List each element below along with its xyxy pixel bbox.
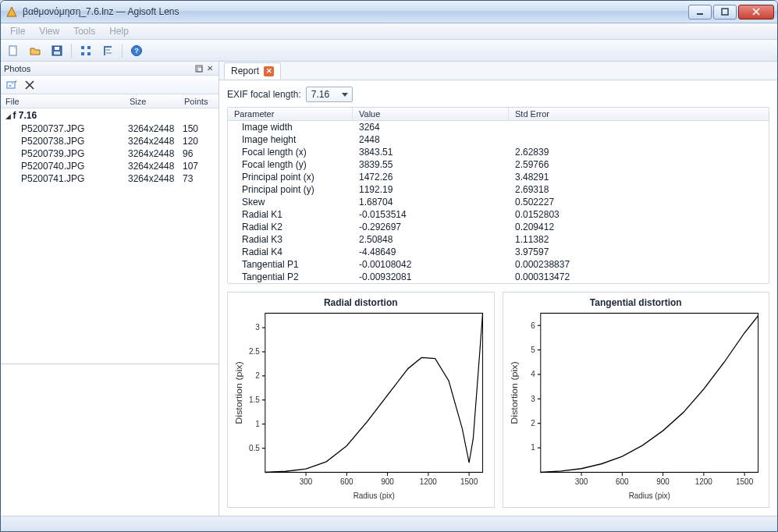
parameter-value: 1.68704 — [353, 196, 509, 208]
parameter-row[interactable]: Radial K2-0.2926970.209412 — [228, 221, 769, 233]
col-parameter[interactable]: Parameter — [228, 108, 353, 120]
photo-points: 120 — [183, 136, 214, 147]
maximize-button[interactable] — [713, 5, 737, 20]
photo-filename: P5200737.JPG — [21, 123, 128, 134]
parameter-row[interactable]: Skew1.687040.502227 — [228, 196, 769, 208]
photo-filename: P5200740.JPG — [21, 161, 128, 172]
parameter-row[interactable]: Principal point (y)1192.192.69318 — [228, 183, 769, 196]
tab-report[interactable]: Report ✕ — [224, 62, 281, 80]
svg-rect-9 — [54, 51, 60, 55]
photos-group[interactable]: f 7.16 — [1, 108, 218, 122]
svg-rect-20 — [196, 66, 202, 72]
calibrate-button[interactable] — [98, 42, 117, 59]
photo-points: 96 — [183, 148, 214, 159]
parameter-value: 2.50848 — [353, 233, 509, 246]
col-file[interactable]: File — [1, 97, 125, 106]
parameter-stderr: 0.209412 — [509, 221, 769, 233]
menu-tools[interactable]: Tools — [67, 24, 101, 38]
panel-close-icon[interactable]: ✕ — [204, 63, 215, 74]
charts-row: Radial distortion 300600900120015000.511… — [227, 292, 769, 508]
report-body: EXIF focal length: 7.16 Parameter Value … — [219, 80, 777, 516]
title-bar: βαθμονόμηση_7.6.lnz — Agisoft Lens — [1, 1, 777, 23]
svg-text:1: 1 — [255, 418, 260, 428]
photos-toolbar: + — [1, 76, 218, 94]
toolbar: ? — [1, 40, 777, 62]
parameter-row[interactable]: Tangential P2-0.009320810.000313472 — [228, 271, 769, 283]
panel-float-icon[interactable] — [194, 63, 204, 74]
add-photos-icon[interactable]: + — [4, 78, 18, 92]
menu-bar: File View Tools Help — [1, 23, 777, 40]
parameter-stderr: 3.97597 — [509, 246, 769, 258]
svg-rect-17 — [106, 52, 112, 54]
status-bar — [1, 516, 777, 531]
svg-text:1500: 1500 — [460, 477, 478, 487]
focal-value: 7.16 — [311, 89, 329, 100]
menu-file[interactable]: File — [4, 24, 31, 38]
svg-text:?: ? — [134, 47, 139, 55]
parameter-row[interactable]: Tangential P1-0.001080420.000238837 — [228, 258, 769, 271]
tab-close-icon[interactable]: ✕ — [264, 66, 274, 76]
svg-text:Radius (pix): Radius (pix) — [628, 491, 670, 501]
col-stderr[interactable]: Std Error — [509, 108, 769, 120]
svg-rect-10 — [81, 46, 84, 49]
parameter-name: Radial K2 — [228, 221, 353, 233]
tab-strip: Report ✕ — [219, 62, 777, 80]
parameter-stderr: 0.502227 — [509, 196, 769, 208]
photo-row[interactable]: P5200739.JPG3264x244896 — [1, 147, 218, 160]
parameter-value: -0.0153514 — [353, 208, 509, 221]
parameter-value: -4.48649 — [353, 246, 509, 258]
parameter-row[interactable]: Radial K1-0.01535140.0152803 — [228, 208, 769, 221]
svg-text:1200: 1200 — [420, 477, 437, 487]
parameter-row[interactable]: Focal length (y)3839.552.59766 — [228, 158, 769, 171]
parameter-value: 1472.26 — [353, 171, 509, 183]
parameter-name: Focal length (y) — [228, 158, 353, 171]
parameter-row[interactable]: Radial K4-4.486493.97597 — [228, 246, 769, 258]
photo-row[interactable]: P5200738.JPG3264x2448120 — [1, 135, 218, 147]
parameter-row[interactable]: Radial K32.508481.11382 — [228, 233, 769, 246]
toolbar-separator-2 — [122, 44, 123, 58]
col-size[interactable]: Size — [125, 97, 179, 106]
focal-select[interactable]: 7.16 — [306, 87, 353, 102]
parameter-name: Principal point (x) — [228, 171, 353, 183]
svg-text:Distortion (pix): Distortion (pix) — [234, 361, 243, 424]
focal-label: EXIF focal length: — [227, 89, 301, 100]
photo-row[interactable]: P5200740.JPG3264x2448107 — [1, 160, 218, 172]
svg-text:+: + — [15, 80, 16, 84]
parameter-stderr — [509, 133, 769, 146]
remove-photos-icon[interactable] — [23, 78, 37, 92]
parameter-stderr: 3.48291 — [509, 171, 769, 183]
new-button[interactable] — [4, 42, 23, 59]
menu-help[interactable]: Help — [103, 24, 135, 38]
parameter-name: Image width — [228, 121, 353, 133]
col-value[interactable]: Value — [353, 108, 509, 120]
open-button[interactable] — [26, 42, 44, 59]
photo-size: 3264x2448 — [128, 173, 183, 184]
parameter-row[interactable]: Focal length (x)3843.512.62839 — [228, 146, 769, 158]
parameter-row[interactable]: Image height2448 — [228, 133, 769, 146]
svg-rect-13 — [87, 52, 91, 55]
photo-row[interactable]: P5200737.JPG3264x2448150 — [1, 122, 218, 135]
parameter-row[interactable]: Principal point (x)1472.263.48291 — [228, 171, 769, 183]
svg-rect-21 — [197, 67, 202, 72]
parameter-stderr: 2.69318 — [509, 183, 769, 196]
photos-panel-title: Photos — [4, 64, 30, 73]
photo-size: 3264x2448 — [128, 136, 183, 147]
help-button[interactable]: ? — [127, 42, 146, 59]
close-button[interactable] — [738, 5, 774, 20]
svg-text:1200: 1200 — [695, 477, 712, 487]
photo-filename: P5200741.JPG — [21, 173, 128, 184]
menu-view[interactable]: View — [33, 24, 66, 38]
col-points[interactable]: Points — [179, 97, 218, 106]
svg-rect-2 — [722, 9, 728, 15]
save-button[interactable] — [48, 42, 66, 59]
report-area: Report ✕ EXIF focal length: 7.16 Paramet… — [219, 62, 777, 516]
photo-row[interactable]: P5200741.JPG3264x244873 — [1, 172, 218, 185]
svg-rect-16 — [106, 49, 110, 51]
parameter-value: 1192.19 — [353, 183, 509, 196]
photos-tree[interactable]: f 7.16 P5200737.JPG3264x2448150P5200738.… — [1, 108, 218, 364]
svg-text:3: 3 — [531, 393, 535, 403]
parameter-row[interactable]: Image width3264 — [228, 121, 769, 133]
detect-button[interactable] — [76, 42, 95, 59]
left-column: Photos ✕ + File Size Points — [1, 62, 219, 516]
minimize-button[interactable] — [688, 5, 712, 20]
